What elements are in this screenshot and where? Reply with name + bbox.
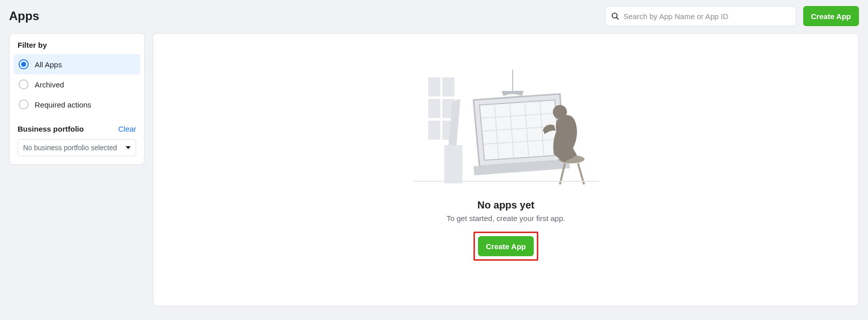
filter-label: Required actions <box>35 100 91 109</box>
search-field-wrap[interactable] <box>605 6 796 26</box>
search-input[interactable] <box>624 12 791 21</box>
empty-title: No apps yet <box>477 199 534 211</box>
filter-required-actions[interactable]: Required actions <box>14 94 140 115</box>
svg-rect-6 <box>428 121 440 140</box>
filter-archived[interactable]: Archived <box>14 74 140 94</box>
header-actions: Create App <box>605 6 859 26</box>
main-panel: No apps yet To get started, create your … <box>153 33 859 306</box>
filter-label: Archived <box>35 80 64 89</box>
body-row: Filter by All Apps Archived Required act… <box>0 33 868 315</box>
svg-rect-17 <box>444 145 462 183</box>
empty-subtitle: To get started, create your first app. <box>447 214 565 223</box>
portfolio-header: Business portfolio Clear <box>14 118 140 137</box>
create-app-button-main[interactable]: Create App <box>478 236 534 256</box>
create-app-button-header[interactable]: Create App <box>803 6 859 26</box>
clear-link[interactable]: Clear <box>118 125 136 133</box>
header-bar: Apps Create App <box>0 0 868 33</box>
radio-icon <box>19 79 29 89</box>
portfolio-select[interactable]: No business portfolio selected <box>18 139 136 156</box>
search-icon <box>611 12 620 21</box>
filter-label: All Apps <box>35 60 62 69</box>
filter-title: Filter by <box>14 41 140 54</box>
create-app-highlight: Create App <box>473 232 538 261</box>
svg-rect-4 <box>428 99 440 118</box>
portfolio-select-value: No business portfolio selected <box>23 144 117 152</box>
chevron-down-icon <box>126 146 131 149</box>
filter-sidebar: Filter by All Apps Archived Required act… <box>9 33 145 165</box>
portfolio-title: Business portfolio <box>18 125 84 133</box>
svg-rect-2 <box>428 77 440 96</box>
svg-rect-3 <box>442 77 454 96</box>
svg-point-0 <box>612 13 617 18</box>
svg-line-1 <box>616 18 618 20</box>
radio-icon <box>19 59 29 69</box>
radio-icon <box>19 99 29 110</box>
empty-state-illustration <box>413 70 599 185</box>
page-title: Apps <box>9 9 39 23</box>
svg-point-21 <box>553 105 567 119</box>
filter-all-apps[interactable]: All Apps <box>14 54 140 74</box>
